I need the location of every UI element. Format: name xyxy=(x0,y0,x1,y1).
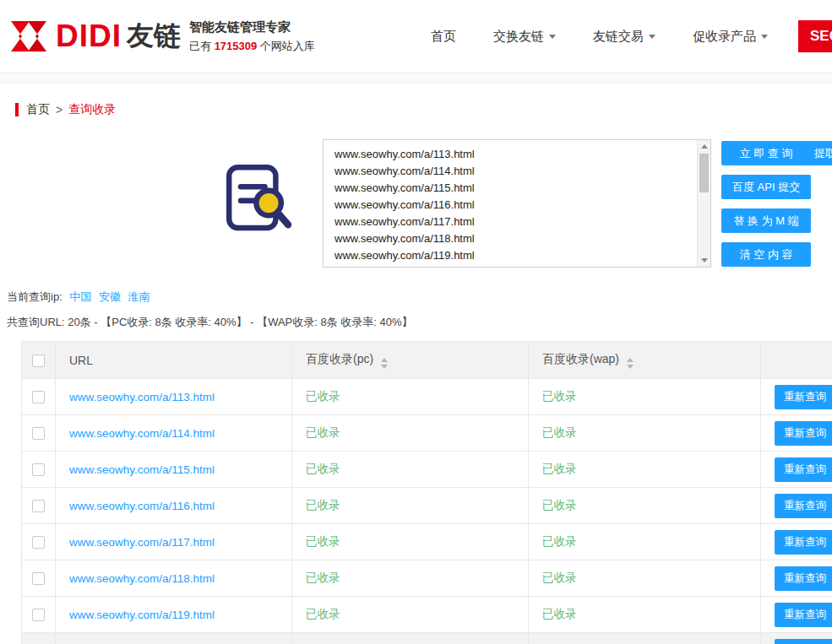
baidu-api-submit-button[interactable]: 百度 API 提交 xyxy=(721,175,811,199)
url-textarea[interactable]: www.seowhy.com/a/113.htmlwww.seowhy.com/… xyxy=(323,139,711,268)
wap-status: 已收录 xyxy=(542,608,577,620)
document-search-icon xyxy=(221,160,299,237)
current-ip-line: 当前查询ip: 中国 安徽 淮南 xyxy=(7,290,832,305)
chevron-down-icon xyxy=(549,35,556,39)
table-row: www.seowhy.com/a/115.html 已收录 已收录 重新查询 xyxy=(22,452,832,488)
textarea-scrollbar[interactable] xyxy=(697,140,710,267)
sort-icon[interactable] xyxy=(627,358,634,369)
requery-button[interactable]: 重新查询 xyxy=(775,603,832,627)
header-divider xyxy=(0,73,832,84)
url-cell-link[interactable]: www.seowhy.com/a/113.html xyxy=(69,391,215,403)
requery-button[interactable]: 重新查询 xyxy=(775,530,832,555)
table-row: www.seowhy.com/a/114.html 已收录 已收录 重新查询 xyxy=(22,415,832,452)
wap-status: 已收录 xyxy=(542,499,577,511)
row-checkbox[interactable] xyxy=(32,427,45,440)
url-cell-link[interactable]: www.seowhy.com/a/118.html xyxy=(69,572,215,585)
table-row: www.seowhy.com/a/116.html 已收录 已收录 重新查询 xyxy=(22,488,832,524)
column-header-wap[interactable]: 百度收录(wap) xyxy=(529,342,761,379)
row-checkbox[interactable] xyxy=(32,391,45,403)
nav-item-home[interactable]: 首页 xyxy=(431,29,456,45)
table-row: www.seowhy.com/a/118.html 已收录 已收录 重新查询 xyxy=(22,560,832,597)
pc-status: 已收录 xyxy=(306,608,340,620)
pc-status: 已收录 xyxy=(306,499,340,511)
wap-status: 已收录 xyxy=(542,426,577,439)
breadcrumb: 首页 > 查询收录 xyxy=(15,102,832,117)
wap-status: 已收录 xyxy=(542,463,577,475)
ip-label: 当前查询ip: xyxy=(7,290,63,303)
table-row: www.seowhy.com/a/119.html 已收录 已收录 重新查询 xyxy=(22,597,832,633)
logo-text: DIDI xyxy=(56,19,122,54)
requery-button[interactable]: 重新查询 xyxy=(775,494,832,518)
pc-status: 已收录 xyxy=(306,426,340,439)
logo-text-cn: 友链 xyxy=(127,18,181,55)
row-checkbox[interactable] xyxy=(32,463,45,476)
pc-status: 已收录 xyxy=(306,535,340,548)
url-cell-link[interactable]: www.seowhy.com/a/117.html xyxy=(69,536,215,549)
seo-cta-button[interactable]: SEO xyxy=(798,20,832,52)
wap-status: 已收录 xyxy=(542,535,577,548)
wap-status: 已收录 xyxy=(542,571,577,584)
column-header-pc[interactable]: 百度收录(pc) xyxy=(292,342,529,379)
scroll-down-icon[interactable] xyxy=(698,254,710,267)
url-input-lines: www.seowhy.com/a/113.htmlwww.seowhy.com/… xyxy=(324,140,710,264)
url-cell-link[interactable]: www.seowhy.com/a/119.html xyxy=(69,609,215,621)
column-header-action xyxy=(761,342,832,379)
url-cell-link[interactable]: www.seowhy.com/a/116.html xyxy=(69,500,215,512)
site-header: DIDI 友链 智能友链管理专家 已有 1715309 个网站入库 首页 交换友… xyxy=(0,0,832,73)
url-cell-link[interactable]: www.seowhy.com/a/115.html xyxy=(69,463,215,476)
requery-button[interactable]: 重新查询 xyxy=(775,566,832,591)
select-all-checkbox[interactable] xyxy=(32,354,45,367)
row-checkbox[interactable] xyxy=(32,500,45,512)
breadcrumb-accent-bar xyxy=(15,103,19,116)
chevron-down-icon xyxy=(649,35,655,39)
query-summary-line: 共查询URL: 20条 - 【PC收录: 8条 收录率: 40%】 - 【WAP… xyxy=(7,315,832,330)
main-nav: 首页 交换友链 友链交易 促收录产品 xyxy=(431,29,768,45)
site-tagline: 智能友链管理专家 xyxy=(189,19,315,35)
pc-status: 已收录 xyxy=(306,571,340,584)
logo-icon xyxy=(8,19,49,53)
requery-button[interactable]: 重新查询 xyxy=(775,457,832,482)
nav-item-link-trading[interactable]: 友链交易 xyxy=(593,29,655,45)
query-now-button[interactable]: 立 即 查 询 xyxy=(721,141,811,165)
scroll-up-icon[interactable] xyxy=(698,140,710,153)
wap-status: 已收录 xyxy=(542,390,577,403)
breadcrumb-current: 查询收录 xyxy=(68,102,116,117)
pc-status: 已收录 xyxy=(306,390,340,403)
clear-content-button[interactable]: 清 空 内 容 xyxy=(721,242,811,267)
row-checkbox[interactable] xyxy=(32,609,45,621)
extract-button[interactable]: 提取 xyxy=(804,141,832,165)
ip-link-city[interactable]: 淮南 xyxy=(128,290,150,303)
results-table-wrap: URL 百度收录(pc) 百度收录(wap) www.seowhy.com/a/… xyxy=(21,341,832,644)
scrollbar-thumb[interactable] xyxy=(699,154,709,192)
requery-button[interactable]: 重新查询 xyxy=(775,421,832,446)
table-row: www.seowhy.com/a/113.html 已收录 已收录 重新查询 xyxy=(22,379,832,415)
site-count: 1715309 xyxy=(215,40,258,52)
url-cell-link[interactable]: www.seowhy.com/a/114.html xyxy=(69,427,215,440)
requery-button[interactable]: 重新查询 xyxy=(775,639,832,644)
ip-link-country[interactable]: 中国 xyxy=(69,290,91,303)
chevron-down-icon xyxy=(761,35,768,39)
site-logo[interactable]: DIDI 友链 智能友链管理专家 已有 1715309 个网站入库 xyxy=(8,18,315,55)
column-header-url: URL xyxy=(56,342,292,379)
table-header-row: URL 百度收录(pc) 百度收录(wap) xyxy=(22,342,832,379)
query-section: www.seowhy.com/a/113.htmlwww.seowhy.com/… xyxy=(0,139,832,276)
breadcrumb-separator: > xyxy=(56,103,63,116)
requery-button[interactable]: 重新查询 xyxy=(775,385,832,409)
ip-link-province[interactable]: 安徽 xyxy=(99,290,121,303)
nav-item-exchange-links[interactable]: 交换友链 xyxy=(493,29,556,45)
breadcrumb-home-link[interactable]: 首页 xyxy=(26,102,50,117)
results-table: URL 百度收录(pc) 百度收录(wap) www.seowhy.com/a/… xyxy=(21,341,832,644)
query-button-column: 立 即 查 询 百度 API 提交 替 换 为 M 端 清 空 内 容 xyxy=(721,141,811,276)
row-checkbox[interactable] xyxy=(32,536,45,549)
replace-with-m-button[interactable]: 替 换 为 M 端 xyxy=(721,208,811,233)
table-body: www.seowhy.com/a/113.html 已收录 已收录 重新查询 w… xyxy=(22,379,832,644)
pc-status: 已收录 xyxy=(306,463,340,475)
site-stats: 已有 1715309 个网站入库 xyxy=(189,39,315,54)
nav-item-indexing-products[interactable]: 促收录产品 xyxy=(693,29,768,45)
sort-icon[interactable] xyxy=(381,358,388,369)
table-row: www.seowhy.com/a/117.html 已收录 已收录 重新查询 xyxy=(22,524,832,560)
table-row: www.seowhy.com/a/120.html 已收录 已收录 重新查询 xyxy=(22,633,832,644)
row-checkbox[interactable] xyxy=(32,572,45,585)
